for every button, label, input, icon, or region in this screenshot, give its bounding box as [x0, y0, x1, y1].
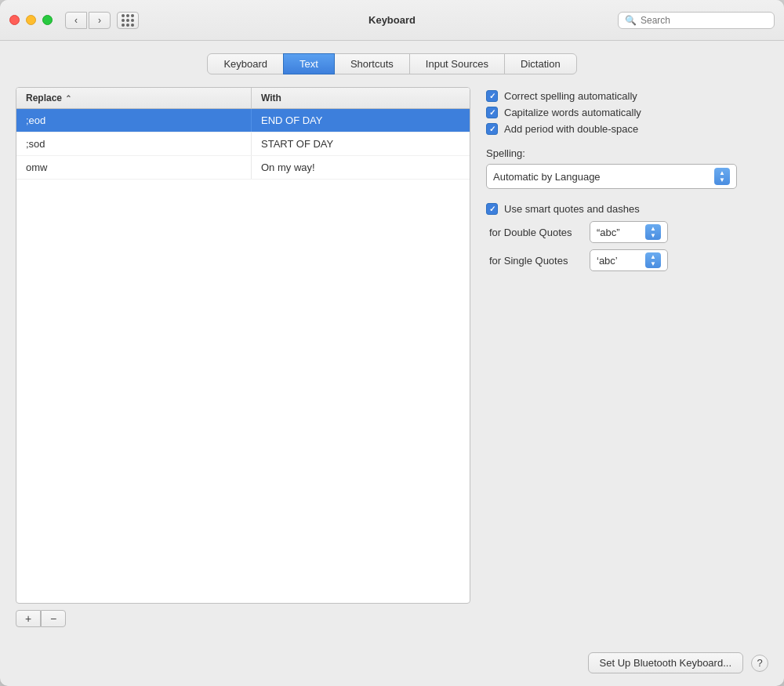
- table-section: Replace ⌃ With ;eod END OF DAY: [16, 87, 470, 627]
- add-row-button[interactable]: +: [16, 610, 41, 627]
- single-quotes-row: for Single Quotes ‘abc’ ▲ ▼: [489, 249, 768, 271]
- add-period-label: Add period with double-space: [504, 123, 638, 135]
- checkmark-icon: ✓: [489, 125, 495, 133]
- checkmark-icon: ✓: [489, 109, 495, 117]
- table-actions: + −: [16, 610, 470, 627]
- cell-with: On my way!: [252, 156, 470, 179]
- smart-quotes-row: ✓ Use smart quotes and dashes: [486, 203, 768, 215]
- table-row[interactable]: omw On my way!: [16, 156, 470, 180]
- forward-button[interactable]: ›: [89, 12, 111, 29]
- spelling-label: Spelling:: [486, 147, 768, 159]
- add-period-row: ✓ Add period with double-space: [486, 123, 768, 135]
- table-row[interactable]: ;eod END OF DAY: [16, 109, 470, 132]
- single-quotes-select[interactable]: ‘abc’ ▲ ▼: [590, 249, 668, 271]
- tab-input-sources[interactable]: Input Sources: [409, 53, 505, 74]
- close-button[interactable]: [9, 15, 20, 25]
- spelling-select[interactable]: Automatic by Language ▲ ▼: [486, 164, 737, 189]
- double-quotes-label: for Double Quotes: [489, 227, 583, 238]
- stepper-arrows-icon: ▲ ▼: [714, 168, 730, 185]
- add-period-checkbox[interactable]: ✓: [486, 123, 498, 135]
- tab-dictation[interactable]: Dictation: [504, 53, 577, 74]
- col-replace-label: Replace: [26, 93, 62, 103]
- options-section: ✓ Correct spelling automatically ✓ Capit…: [486, 87, 768, 627]
- double-quotes-value: “abc”: [597, 227, 620, 238]
- checkmark-icon: ✓: [489, 205, 495, 213]
- column-replace-header[interactable]: Replace ⌃: [16, 88, 252, 108]
- tab-bar: Keyboard Text Shortcuts Input Sources Di…: [16, 53, 768, 74]
- correct-spelling-label: Correct spelling automatically: [504, 90, 637, 102]
- footer: Set Up Bluetooth Keyboard... ?: [0, 643, 784, 686]
- capitalize-words-checkbox[interactable]: ✓: [486, 107, 498, 118]
- arrow-down-icon: ▼: [719, 177, 725, 183]
- bluetooth-keyboard-button[interactable]: Set Up Bluetooth Keyboard...: [588, 652, 743, 673]
- capitalize-words-row: ✓ Capitalize words automatically: [486, 107, 768, 118]
- arrow-up-icon: ▲: [650, 226, 656, 232]
- text-replacements-table: Replace ⌃ With ;eod END OF DAY: [16, 87, 470, 604]
- arrow-up-icon: ▲: [719, 170, 725, 176]
- chevron-right-icon: ›: [98, 15, 101, 26]
- search-input[interactable]: [641, 15, 768, 26]
- tab-keyboard[interactable]: Keyboard: [207, 53, 284, 74]
- window: ‹ › Keyboard 🔍 Keyboard Text Shortcuts I…: [0, 0, 784, 686]
- spelling-value: Automatic by Language: [493, 171, 601, 183]
- window-title: Keyboard: [368, 14, 416, 26]
- arrow-down-icon: ▼: [650, 261, 656, 267]
- search-box[interactable]: 🔍: [618, 12, 775, 29]
- single-quotes-arrows-icon: ▲ ▼: [645, 252, 661, 268]
- single-quotes-value: ‘abc’: [597, 255, 618, 267]
- cell-replace: ;sod: [16, 132, 252, 155]
- arrow-up-icon: ▲: [650, 254, 656, 260]
- content-area: Keyboard Text Shortcuts Input Sources Di…: [0, 41, 784, 643]
- correct-spelling-checkbox[interactable]: ✓: [486, 90, 498, 102]
- column-with-header: With: [252, 88, 470, 108]
- grid-button[interactable]: [117, 12, 139, 29]
- sort-arrow-icon: ⌃: [65, 94, 71, 103]
- capitalize-words-label: Capitalize words automatically: [504, 107, 641, 118]
- correct-spelling-row: ✓ Correct spelling automatically: [486, 90, 768, 102]
- minimize-button[interactable]: [26, 15, 36, 25]
- tab-text[interactable]: Text: [283, 53, 335, 74]
- cell-with: START OF DAY: [252, 132, 470, 155]
- tab-shortcuts[interactable]: Shortcuts: [334, 53, 410, 74]
- help-button[interactable]: ?: [751, 655, 768, 672]
- cell-with: END OF DAY: [252, 109, 470, 132]
- remove-row-button[interactable]: −: [41, 610, 66, 627]
- arrow-down-icon: ▼: [650, 233, 656, 239]
- checkmark-icon: ✓: [489, 93, 495, 100]
- single-quotes-label: for Single Quotes: [489, 255, 583, 267]
- table-row[interactable]: ;sod START OF DAY: [16, 132, 470, 156]
- double-quotes-arrows-icon: ▲ ▼: [645, 224, 661, 240]
- back-button[interactable]: ‹: [65, 12, 87, 29]
- double-quotes-row: for Double Quotes “abc” ▲ ▼: [489, 221, 768, 243]
- cell-replace: ;eod: [16, 109, 252, 132]
- nav-buttons: ‹ ›: [65, 12, 111, 29]
- cell-replace: omw: [16, 156, 252, 179]
- main-area: Replace ⌃ With ;eod END OF DAY: [16, 87, 768, 627]
- smart-quotes-label: Use smart quotes and dashes: [504, 203, 640, 215]
- smart-quotes-section: ✓ Use smart quotes and dashes for Double…: [486, 203, 768, 271]
- table-header: Replace ⌃ With: [16, 88, 470, 109]
- double-quotes-select[interactable]: “abc” ▲ ▼: [590, 221, 668, 243]
- grid-icon: [122, 14, 134, 27]
- chevron-left-icon: ‹: [74, 15, 78, 26]
- titlebar: ‹ › Keyboard 🔍: [0, 0, 784, 41]
- maximize-button[interactable]: [42, 15, 53, 25]
- smart-quotes-checkbox[interactable]: ✓: [486, 203, 498, 215]
- col-with-label: With: [261, 93, 281, 103]
- spelling-section: Spelling: Automatic by Language ▲ ▼: [486, 147, 768, 189]
- traffic-lights: [9, 15, 53, 25]
- search-icon: 🔍: [625, 15, 637, 26]
- table-body: ;eod END OF DAY ;sod START OF DAY omw On…: [16, 109, 470, 601]
